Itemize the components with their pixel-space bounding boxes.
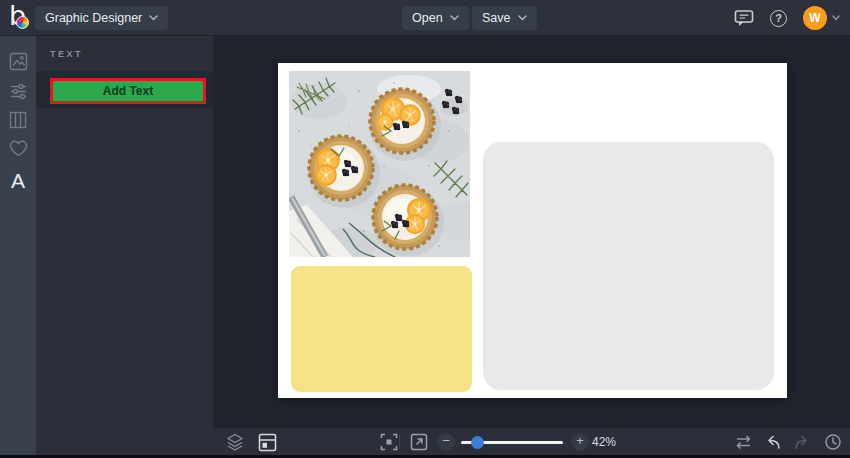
chevron-down-icon xyxy=(832,15,840,21)
bottom-toolbar: − + 42% xyxy=(213,427,850,455)
zoom-slider-handle[interactable] xyxy=(471,436,484,449)
help-icon[interactable]: ? xyxy=(770,10,787,27)
panel-title: TEXT xyxy=(50,49,83,59)
avatar[interactable]: W xyxy=(803,6,827,30)
fit-to-screen-button[interactable] xyxy=(379,432,399,452)
canvas-area[interactable] xyxy=(213,36,850,427)
text-icon: A xyxy=(11,169,25,193)
compare-button[interactable] xyxy=(733,432,753,452)
layout-manager-button[interactable] xyxy=(257,432,277,452)
artboard[interactable] xyxy=(278,63,787,398)
app-window: b Graphic Designer Open Save ? xyxy=(0,0,850,458)
logo-color-wheel-icon xyxy=(16,16,29,29)
app-menu-label: Graphic Designer xyxy=(45,11,142,25)
chevron-down-icon xyxy=(518,15,527,21)
topbar: b Graphic Designer Open Save ? xyxy=(0,0,850,36)
sidebar-item-adjustments[interactable] xyxy=(0,78,36,104)
fit-screen-icon xyxy=(380,433,398,451)
redo-icon xyxy=(792,433,810,451)
add-text-button[interactable]: Add Text xyxy=(53,81,203,101)
layers-button[interactable] xyxy=(225,432,245,452)
undo-button[interactable] xyxy=(764,432,784,452)
favorites-icon xyxy=(9,140,28,157)
gray-rounded-rect[interactable] xyxy=(483,142,774,390)
templates-icon xyxy=(9,111,27,129)
zoom-out-button[interactable]: − xyxy=(437,433,455,451)
app-menu-button[interactable]: Graphic Designer xyxy=(35,6,168,30)
feedback-icon[interactable] xyxy=(734,9,754,27)
open-label: Open xyxy=(412,11,443,25)
avatar-initial: W xyxy=(809,11,820,25)
preview-icon xyxy=(410,433,428,451)
befunky-logo-icon[interactable]: b xyxy=(9,3,35,33)
yellow-rounded-rect[interactable] xyxy=(291,266,472,392)
help-glyph: ? xyxy=(775,12,782,24)
layout-manager-icon xyxy=(258,433,277,452)
sidebar-item-favorites[interactable] xyxy=(0,135,36,161)
sidebar-item-text[interactable]: A xyxy=(0,166,36,196)
preview-button[interactable] xyxy=(409,432,429,452)
chevron-down-icon xyxy=(149,15,158,21)
history-button[interactable] xyxy=(823,432,843,452)
zoom-in-button[interactable]: + xyxy=(571,433,589,451)
layers-icon xyxy=(225,432,245,452)
topbar-right-group: ? W xyxy=(734,0,840,36)
open-button[interactable]: Open xyxy=(402,6,469,30)
text-panel: TEXT Add Text xyxy=(36,36,213,455)
history-icon xyxy=(824,433,842,451)
zoom-out-icon: − xyxy=(442,433,450,448)
zoom-level-label: 42% xyxy=(592,428,616,456)
tool-rail: A xyxy=(0,36,36,455)
sidebar-item-templates[interactable] xyxy=(0,107,36,133)
chevron-down-icon xyxy=(450,15,459,21)
sidebar-item-photos[interactable] xyxy=(0,48,36,74)
compare-icon xyxy=(734,433,753,451)
account-menu[interactable]: W xyxy=(803,6,840,30)
save-button[interactable]: Save xyxy=(472,6,537,30)
adjustments-icon xyxy=(9,82,28,101)
red-highlight-annotation: Add Text xyxy=(50,78,206,104)
undo-icon xyxy=(765,433,783,451)
food-photo[interactable] xyxy=(289,71,470,257)
photos-icon xyxy=(9,52,28,71)
toolbar-divider xyxy=(399,435,400,449)
redo-button[interactable] xyxy=(791,432,811,452)
save-label: Save xyxy=(482,11,511,25)
zoom-in-icon: + xyxy=(576,433,584,448)
